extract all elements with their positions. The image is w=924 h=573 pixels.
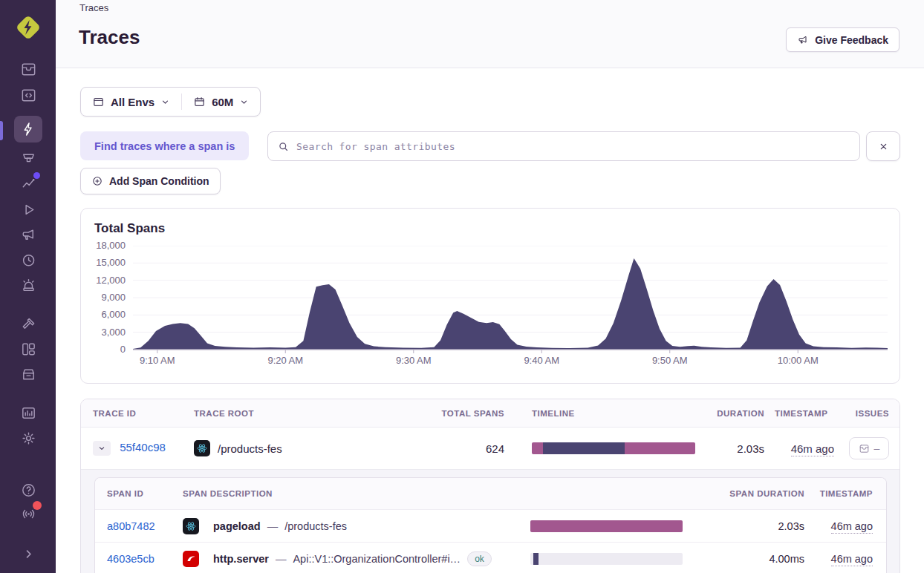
sidebar-item-replays[interactable]: [19, 200, 37, 218]
span-table-header: SPAN ID SPAN DESCRIPTION SPAN DURATION T…: [95, 478, 886, 509]
separator: —: [267, 520, 279, 532]
span-id-link[interactable]: 4603e5cb: [107, 553, 154, 565]
give-feedback-button[interactable]: Give Feedback: [786, 27, 899, 52]
x-axis-tick-label: 9:50 AM: [637, 355, 703, 366]
total-spans-chart-panel: Total Spans 18,00015,00012,0009,0006,000…: [80, 208, 900, 384]
chart-title: Total Spans: [94, 221, 165, 236]
sidebar-item-collapse[interactable]: [19, 545, 37, 563]
plus-circle-icon: [91, 175, 103, 187]
span-duration-bar: [530, 520, 683, 532]
column-header-issues: ISSUES: [840, 409, 889, 418]
x-axis-tick-label: 9:40 AM: [508, 355, 575, 366]
red-dot-badge: [33, 501, 42, 510]
span-op: http.server: [213, 553, 269, 565]
sidebar-item-broadcast[interactable]: [19, 505, 37, 523]
window-icon: [92, 96, 105, 108]
span-duration-segment: [530, 520, 683, 532]
collapse-trace-button[interactable]: [93, 441, 111, 456]
add-span-condition-button[interactable]: Add Span Condition: [80, 168, 221, 194]
column-header-trace-id: TRACE ID: [93, 409, 194, 418]
issues-icon: [859, 443, 870, 454]
page-filter-bar: All Envs 60M: [80, 87, 261, 117]
span-description: /products-fes: [284, 520, 347, 532]
column-header-timeline: TIMELINE: [532, 409, 695, 418]
span-duration: 2.03s: [683, 520, 804, 532]
page-title: Traces: [79, 26, 140, 49]
sidebar-item-alerts[interactable]: [19, 276, 37, 294]
breadcrumb[interactable]: Traces: [79, 2, 108, 13]
y-axis-tick-label: 0: [81, 344, 126, 355]
y-axis-tick-label: 9,000: [81, 292, 126, 303]
sidebar-item-help[interactable]: [19, 481, 37, 499]
column-header-span-timestamp: TIMESTAMP: [804, 489, 876, 498]
sidebar-item-dashboards[interactable]: [19, 340, 37, 358]
react-icon: [194, 440, 210, 456]
span-table: SPAN ID SPAN DESCRIPTION SPAN DURATION T…: [94, 477, 887, 573]
column-header-span-description: SPAN DESCRIPTION: [183, 489, 530, 498]
span-row: a80b7482 pageload — /products-fes 2.03s …: [95, 509, 886, 542]
expanded-trace-section: SPAN ID SPAN DESCRIPTION SPAN DURATION T…: [81, 469, 899, 573]
column-header-span-duration: SPAN DURATION: [683, 489, 804, 498]
x-axis-tick-label: 9:30 AM: [380, 355, 447, 366]
span-timestamp: 46m ago: [831, 553, 873, 566]
sidebar-item-settings[interactable]: [19, 429, 37, 447]
active-nav-indicator: [0, 121, 3, 140]
sidebar-item-traces[interactable]: [14, 116, 42, 143]
sidebar-item-insights[interactable]: [19, 174, 37, 192]
app-logo-icon[interactable]: [12, 11, 45, 47]
span-duration: 4.00ms: [683, 553, 804, 565]
sidebar-item-history[interactable]: [19, 251, 37, 269]
time-period-filter[interactable]: 60M: [182, 88, 260, 116]
search-icon: [277, 140, 290, 153]
search-input[interactable]: [296, 141, 850, 152]
trace-root-name: /products-fes: [218, 442, 282, 455]
timeline-segment: [543, 442, 625, 454]
react-icon: [183, 518, 199, 534]
rails-icon: [183, 551, 199, 567]
sidebar-item-archive[interactable]: [19, 365, 37, 383]
y-axis-tick-label: 18,000: [81, 240, 126, 251]
sidebar: [0, 0, 56, 573]
sidebar-item-stats[interactable]: [19, 404, 37, 422]
trace-timeline-bar: [532, 442, 695, 454]
x-axis-tick-label: 10:00 AM: [764, 355, 831, 366]
total-spans-area-chart: [133, 246, 888, 356]
trace-duration: 2.03s: [695, 442, 764, 455]
page-header: Traces Traces Give Feedback: [56, 0, 924, 68]
environment-filter[interactable]: All Envs: [81, 88, 181, 116]
x-axis-tick-label: 9:20 AM: [252, 355, 319, 366]
y-axis-tick-label: 3,000: [81, 327, 126, 338]
column-header-span-id: SPAN ID: [107, 489, 183, 498]
column-header-timestamp: TIMESTAMP: [764, 409, 840, 418]
span-duration-segment: [533, 553, 539, 565]
column-header-total-spans: TOTAL SPANS: [424, 409, 504, 418]
x-axis-tick-label: 9:10 AM: [124, 355, 191, 366]
query-builder-label: Find traces where a span is: [80, 131, 249, 160]
span-row: 4603e5cb http.server — Api::V1::Organiza…: [95, 542, 886, 573]
clear-search-button[interactable]: [866, 131, 900, 161]
y-axis-tick-label: 15,000: [81, 257, 126, 268]
span-timestamp: 46m ago: [831, 520, 873, 534]
sidebar-item-explore[interactable]: [19, 86, 37, 104]
y-axis-tick-label: 6,000: [81, 309, 126, 320]
separator: —: [276, 553, 287, 565]
trace-row: 55f40c98 /products-fes 624 2.03s 46m ago…: [81, 428, 899, 469]
close-icon: [877, 140, 890, 153]
trace-id-link[interactable]: 55f40c98: [120, 441, 166, 454]
chevron-down-icon: [239, 97, 249, 107]
purple-dot-badge: [33, 172, 40, 179]
main-content: All Envs 60M Find traces where a span is…: [56, 69, 924, 573]
span-id-link[interactable]: a80b7482: [107, 520, 155, 532]
y-axis-tick-label: 12,000: [81, 275, 126, 286]
sidebar-item-queries[interactable]: [19, 149, 37, 167]
trace-timestamp: 46m ago: [791, 442, 834, 456]
megaphone-icon: [797, 34, 809, 46]
sidebar-item-releases[interactable]: [19, 315, 37, 333]
sidebar-item-feedback[interactable]: [19, 226, 37, 243]
total-spans-value: 624: [424, 442, 504, 455]
span-search-box: [267, 131, 860, 161]
issues-cell-button[interactable]: –: [849, 437, 889, 459]
sidebar-item-issues[interactable]: [19, 60, 37, 78]
calendar-icon: [193, 96, 206, 108]
span-op: pageload: [213, 520, 261, 532]
